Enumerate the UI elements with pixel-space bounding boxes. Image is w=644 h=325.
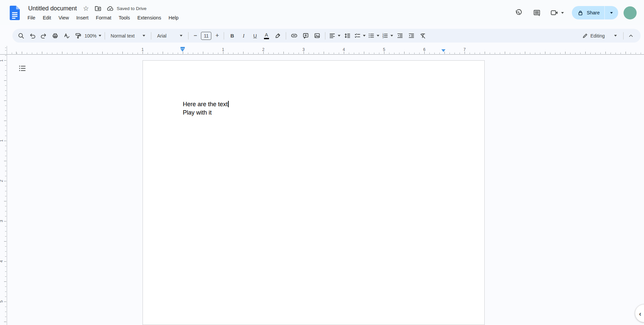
undo-button[interactable] <box>26 30 38 41</box>
chevron-down-icon <box>390 35 393 37</box>
minus-icon: − <box>194 32 197 39</box>
checklist-select[interactable] <box>353 30 367 41</box>
menu-insert[interactable]: Insert <box>74 14 91 21</box>
ruler-number: 4 <box>343 47 345 52</box>
text-line[interactable]: Play with it <box>183 109 229 117</box>
font-select[interactable]: Arial <box>154 30 186 41</box>
underline-glyph: U <box>253 33 257 39</box>
menu-tools[interactable]: Tools <box>116 14 133 21</box>
ruler-number: 7 <box>464 47 466 52</box>
ruler-number: 4 <box>0 260 4 263</box>
menu-view[interactable]: View <box>56 14 71 21</box>
numbered-list-select[interactable]: 123 <box>380 30 394 41</box>
star-glyph: ☆ <box>83 5 89 12</box>
document-outline-button[interactable] <box>17 63 28 74</box>
document-page[interactable]: Here are the text Play with it <box>143 60 485 325</box>
mode-select[interactable]: Editing <box>578 30 621 41</box>
left-indent-marker[interactable] <box>180 47 185 52</box>
zoom-select[interactable]: 100% <box>84 30 102 41</box>
increase-indent-button[interactable] <box>406 30 417 41</box>
ruler-number: 5 <box>0 301 4 303</box>
pencil-icon <box>582 32 588 39</box>
increase-font-size-button[interactable]: + <box>213 30 221 41</box>
decrease-indent-button[interactable] <box>394 30 406 41</box>
italic-glyph: I <box>243 33 245 39</box>
search-menus-button[interactable] <box>15 30 26 41</box>
menu-extensions[interactable]: Extensions <box>135 14 164 21</box>
spellcheck-button[interactable] <box>61 30 72 41</box>
toolbar-divider <box>105 32 105 40</box>
styles-select[interactable]: Normal text <box>107 30 149 41</box>
toolbar-divider <box>224 32 224 40</box>
header-actions: Share <box>511 0 644 25</box>
styles-value: Normal text <box>111 33 135 39</box>
ruler-number: 1 <box>0 140 4 142</box>
align-select[interactable] <box>328 30 341 41</box>
ruler-number: 2 <box>0 180 4 182</box>
share-button-label: Share <box>587 10 600 15</box>
chevron-down-icon <box>614 35 617 37</box>
bold-button[interactable]: B <box>226 30 238 41</box>
share-button-main[interactable]: Share <box>572 6 604 19</box>
redo-button[interactable] <box>38 30 49 41</box>
menu-edit[interactable]: Edit <box>40 14 54 21</box>
star-icon[interactable]: ☆ <box>81 3 91 13</box>
print-button[interactable] <box>49 30 61 41</box>
menu-bar: File Edit View Insert Format Tools Exten… <box>24 14 182 21</box>
add-comment-button[interactable] <box>300 30 311 41</box>
toolbar-divider <box>325 32 325 40</box>
document-text[interactable]: Here are the text Play with it <box>183 100 229 117</box>
move-folder-icon[interactable] <box>93 3 103 13</box>
chevron-down-icon <box>377 35 379 37</box>
ruler-number: 1 <box>222 47 224 52</box>
chevron-down-icon <box>363 35 366 37</box>
hide-menus-button[interactable] <box>626 30 636 41</box>
bulleted-list-select[interactable] <box>367 30 380 41</box>
paint-format-button[interactable] <box>72 30 84 41</box>
underline-button[interactable]: U <box>249 30 261 41</box>
menu-file[interactable]: File <box>25 14 38 21</box>
ruler-number: 1 <box>142 47 144 52</box>
horizontal-ruler[interactable]: 1 1 2 3 4 5 6 7 <box>0 46 644 55</box>
account-avatar[interactable] <box>624 6 637 19</box>
ruler-number: 1 <box>0 60 4 62</box>
toolbar-divider <box>286 32 286 40</box>
share-dropdown-button[interactable] <box>605 6 618 19</box>
collapse-side-panel-button[interactable]: ‹ <box>635 304 644 322</box>
comment-history-button[interactable] <box>529 5 544 20</box>
ruler-number: 3 <box>303 47 305 52</box>
bold-glyph: B <box>230 33 234 39</box>
right-indent-triangle[interactable] <box>441 49 445 52</box>
saved-status[interactable]: Saved to Drive <box>106 5 147 12</box>
right-indent-marker[interactable] <box>441 49 445 52</box>
chevron-down-icon <box>610 12 613 14</box>
italic-button[interactable]: I <box>238 30 249 41</box>
version-history-button[interactable] <box>511 5 526 20</box>
mode-label: Editing <box>590 33 605 39</box>
document-title[interactable]: Untitled document <box>26 4 79 13</box>
meet-join-call-button[interactable] <box>547 5 567 20</box>
ruler-major-ticks <box>12 52 641 54</box>
insert-link-button[interactable] <box>288 30 300 41</box>
highlight-color-button[interactable] <box>272 30 283 41</box>
clear-formatting-button[interactable] <box>417 30 428 41</box>
ruler-number: 2 <box>262 47 265 52</box>
menu-help[interactable]: Help <box>166 14 181 21</box>
first-line-indent-marker[interactable] <box>180 47 185 49</box>
toolbar-divider <box>188 32 189 40</box>
ruler-number: 6 <box>423 47 426 52</box>
decrease-font-size-button[interactable]: − <box>191 30 200 41</box>
text-color-button[interactable]: A <box>261 30 272 41</box>
zoom-value: 100% <box>85 33 97 39</box>
share-button[interactable]: Share <box>572 6 618 19</box>
toolbar: 100% Normal text Arial − 11 + B I U A <box>12 29 641 43</box>
left-indent-triangle[interactable] <box>180 49 184 52</box>
vertical-ruler[interactable]: 1 1 2 3 4 5 <box>0 46 7 325</box>
toolbar-divider <box>151 32 151 40</box>
docs-logo-icon[interactable] <box>9 5 20 21</box>
insert-image-button[interactable] <box>311 30 323 41</box>
line-spacing-button[interactable] <box>341 30 353 41</box>
menu-format[interactable]: Format <box>93 14 114 21</box>
font-size-input[interactable]: 11 <box>201 32 211 40</box>
text-line[interactable]: Here are the text <box>183 100 229 109</box>
